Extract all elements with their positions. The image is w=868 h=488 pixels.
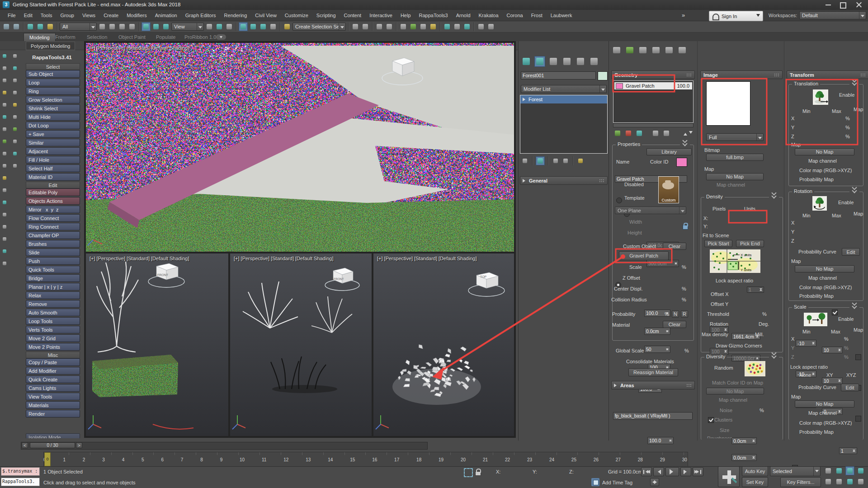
rappatools-button-loop-tools[interactable]: Loop Tools xyxy=(26,317,80,325)
use-pivot-center-icon[interactable] xyxy=(205,22,214,31)
rappatools-button-slide[interactable]: Slide xyxy=(26,249,80,256)
particle-view-icon[interactable] xyxy=(486,22,495,31)
key-filters-button[interactable]: Key Filters... xyxy=(780,477,821,487)
rappatools-button-fill-hole[interactable]: Fill / Hole xyxy=(26,156,80,164)
forest-add-icon[interactable] xyxy=(611,45,622,55)
undo-icon[interactable] xyxy=(2,22,11,31)
zoom-extents-icon[interactable] xyxy=(845,466,854,475)
add-time-tag[interactable]: Add Time Tag xyxy=(602,480,632,485)
viewport-tree[interactable]: FRONT xyxy=(86,253,228,436)
maximize-viewport-toggle-icon[interactable] xyxy=(856,477,865,486)
time-slider-handle[interactable]: 0 / 30 xyxy=(30,442,75,448)
rappatools-button-relax[interactable]: Relax xyxy=(26,291,80,299)
move-item-down-icon[interactable] xyxy=(689,131,693,136)
angle-snap-icon[interactable] xyxy=(249,22,258,31)
custom-object-pick-button[interactable]: Gravel Patch xyxy=(619,251,669,260)
left-toolbar-icon[interactable] xyxy=(1,187,8,194)
tab-populate[interactable]: Populate xyxy=(156,34,175,40)
left-toolbar-icon[interactable] xyxy=(1,101,8,108)
add-multiple-items-icon[interactable] xyxy=(635,129,644,138)
rappatools-button-adjacent[interactable]: Adjacent xyxy=(26,147,80,155)
create-tab-icon[interactable] xyxy=(521,56,532,67)
orbit-icon[interactable] xyxy=(845,477,854,486)
edit-named-selection-sets-icon[interactable] xyxy=(283,22,292,31)
remove-modifier-icon[interactable] xyxy=(561,157,570,165)
menu-rendering[interactable]: Rendering xyxy=(220,13,251,18)
tab-selection[interactable]: Selection xyxy=(87,34,107,40)
snaps-toggle-icon[interactable] xyxy=(239,22,248,31)
plane-mode-dropdown[interactable]: One Plane xyxy=(615,206,686,214)
menu-arnold[interactable]: Arnold xyxy=(452,13,475,18)
bind-to-space-warp-icon[interactable] xyxy=(46,22,55,31)
forest-sphere-icon[interactable] xyxy=(651,45,661,55)
show-end-result-icon[interactable] xyxy=(536,156,545,165)
menu-views[interactable]: Views xyxy=(78,13,99,18)
rotation-no-map-button[interactable]: No Map xyxy=(795,265,854,272)
rappatools-button-brushes[interactable]: Brushes xyxy=(26,240,80,248)
collapse-chevron-icon[interactable] xyxy=(769,195,779,201)
material-field[interactable]: fp_black_basalt ( VRayMtl ) xyxy=(613,412,693,420)
rappatools-button-dot-loop[interactable]: Dot Loop xyxy=(26,122,80,129)
left-toolbar-icon[interactable] xyxy=(11,162,19,169)
motion-tab-icon[interactable] xyxy=(561,56,572,67)
geometry-list-hscroll[interactable] xyxy=(613,123,693,127)
go-to-start-button[interactable] xyxy=(641,467,652,476)
forest-tree-icon[interactable] xyxy=(624,45,635,55)
rappatools-button-render[interactable]: Render xyxy=(26,410,80,418)
left-toolbar-icon[interactable] xyxy=(1,235,8,243)
rappatools-misc-header[interactable]: Misc xyxy=(26,352,80,358)
rappatools-button-shrink-select[interactable]: Shrink Select xyxy=(26,104,80,112)
rappatools-edit-header[interactable]: Edit xyxy=(26,182,80,188)
walk-through-icon[interactable] xyxy=(835,477,844,486)
utilities-tab-icon[interactable] xyxy=(589,56,599,67)
close-button[interactable] xyxy=(856,2,862,8)
time-tag-cube-icon[interactable] xyxy=(591,478,599,486)
spinner-snap-icon[interactable] xyxy=(269,22,278,31)
rappatools-button-view-tools[interactable]: View Tools xyxy=(26,393,80,400)
percent-snap-icon[interactable] xyxy=(259,22,268,31)
viewport-label-ferns[interactable]: [+] [Perspective] [Standard] [Default Sh… xyxy=(234,256,333,261)
left-toolbar-icon[interactable] xyxy=(1,174,8,182)
menu-modifiers[interactable]: Modifiers xyxy=(123,13,151,18)
rappatools-button-copy-paste[interactable]: Copy / Paste xyxy=(26,358,80,366)
geometry-list-item[interactable]: Gravel Patch 100.0 xyxy=(614,82,692,89)
mirror-icon[interactable] xyxy=(351,22,360,31)
make-unique-icon[interactable] xyxy=(552,157,560,165)
workspaces-dropdown[interactable]: Default xyxy=(799,11,866,19)
viewport-ferns[interactable]: FRONT xyxy=(230,253,372,436)
translation-map-channel-field[interactable]: 1 xyxy=(839,447,857,454)
left-toolbar-icon[interactable] xyxy=(1,65,8,72)
next-frame-button[interactable] xyxy=(680,467,691,476)
redo-icon[interactable] xyxy=(12,22,21,31)
lock-icon[interactable] xyxy=(682,222,688,230)
selection-filter-dropdown[interactable]: All xyxy=(60,23,97,31)
toggle-layer-explorer-icon[interactable] xyxy=(385,22,394,31)
left-toolbar-icon[interactable] xyxy=(1,52,8,60)
rappatools-button-loop[interactable]: Loop xyxy=(26,79,80,86)
field-of-view-icon[interactable] xyxy=(824,477,833,486)
left-toolbar-icon[interactable] xyxy=(1,113,8,121)
time-slider-next-button[interactable]: > xyxy=(76,442,82,448)
viewport-label-gravel[interactable]: [+] [Perspective] [Standard] [Default Sh… xyxy=(377,256,476,261)
set-keys-button[interactable] xyxy=(718,466,740,487)
menu-rappatools3[interactable]: RappaTools3 xyxy=(415,13,452,18)
geometry-list[interactable]: Gravel Patch 100.0 xyxy=(613,80,693,123)
diversity-no-map-button[interactable]: No Map xyxy=(706,388,764,394)
delete-item-icon[interactable] xyxy=(624,129,633,138)
play-button[interactable] xyxy=(665,467,679,476)
forest-tools-icon[interactable] xyxy=(677,45,688,55)
tab-freeform[interactable]: Freeform xyxy=(55,34,75,40)
rappatools-button-multi-hide[interactable]: Multi Hide xyxy=(26,113,80,121)
configure-modifier-sets-icon[interactable] xyxy=(576,157,585,165)
zoom-extents-all-icon[interactable] xyxy=(856,466,865,475)
scale-edit-button[interactable]: Edit xyxy=(841,384,859,391)
left-toolbar-icon[interactable] xyxy=(11,77,19,84)
menu-content[interactable]: Content xyxy=(340,13,366,18)
hierarchy-tab-icon[interactable] xyxy=(548,56,559,67)
maximize-button[interactable] xyxy=(840,2,846,9)
select-and-move-icon[interactable] xyxy=(142,22,151,31)
display-tab-icon[interactable] xyxy=(575,56,586,67)
rappatools-button-similar[interactable]: Similar xyxy=(26,139,80,146)
align-icon[interactable] xyxy=(361,22,370,31)
menu-civil-view[interactable]: Civil View xyxy=(251,13,280,18)
